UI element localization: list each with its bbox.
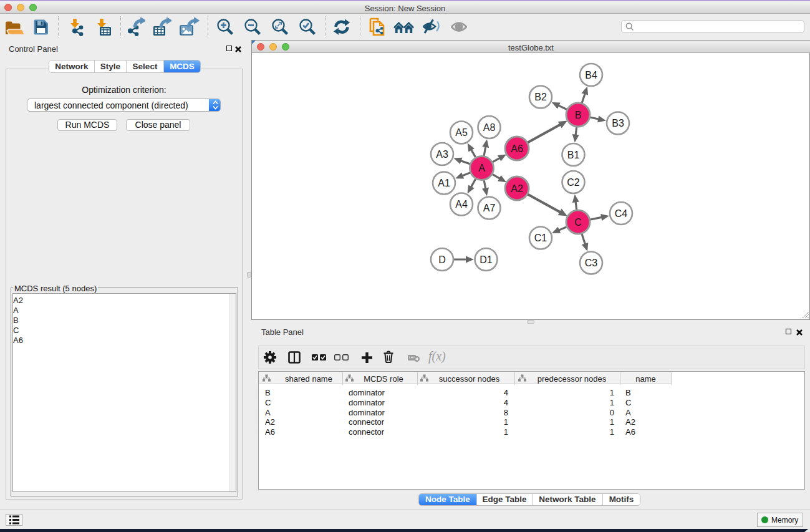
svg-text:B: B bbox=[575, 110, 582, 120]
svg-text:B2: B2 bbox=[534, 92, 547, 102]
svg-text:D1: D1 bbox=[480, 254, 493, 265]
svg-text:A3: A3 bbox=[436, 149, 448, 160]
svg-text:A1: A1 bbox=[438, 178, 450, 188]
svg-text:B1: B1 bbox=[567, 150, 580, 160]
svg-text:C2: C2 bbox=[567, 177, 580, 188]
svg-text:A4: A4 bbox=[455, 199, 468, 210]
svg-text:A2: A2 bbox=[511, 183, 523, 194]
svg-text:A6: A6 bbox=[511, 143, 523, 154]
svg-text:C: C bbox=[574, 217, 582, 228]
svg-text:C4: C4 bbox=[615, 208, 628, 219]
svg-text:A5: A5 bbox=[455, 127, 468, 138]
svg-text:B3: B3 bbox=[612, 118, 624, 128]
svg-text:A8: A8 bbox=[483, 122, 496, 133]
svg-text:C3: C3 bbox=[585, 258, 598, 268]
svg-text:B4: B4 bbox=[585, 70, 597, 80]
svg-text:A: A bbox=[478, 163, 485, 173]
svg-text:A7: A7 bbox=[483, 203, 496, 213]
svg-text:C1: C1 bbox=[534, 233, 547, 243]
svg-text:D: D bbox=[438, 254, 446, 265]
